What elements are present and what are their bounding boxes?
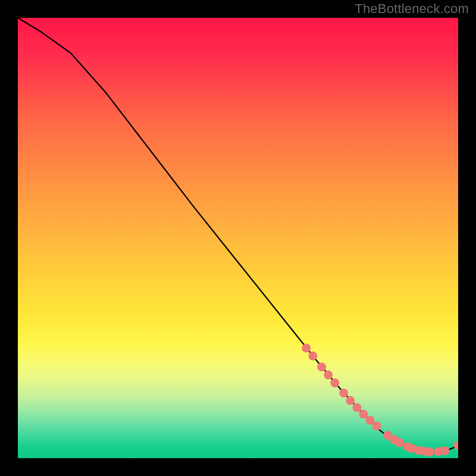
data-marker bbox=[308, 352, 317, 361]
data-marker bbox=[425, 447, 434, 456]
data-markers bbox=[302, 344, 458, 457]
data-marker bbox=[346, 396, 355, 405]
data-marker bbox=[302, 344, 311, 353]
data-marker bbox=[339, 389, 348, 397]
watermark-text: TheBottleneck.com bbox=[355, 1, 469, 17]
data-marker bbox=[372, 422, 381, 431]
data-marker bbox=[454, 441, 459, 450]
data-marker bbox=[359, 410, 368, 419]
data-marker bbox=[395, 439, 404, 447]
chart-stage: TheBottleneck.com bbox=[0, 0, 476, 476]
data-marker bbox=[440, 446, 449, 455]
chart-overlay bbox=[18, 18, 458, 458]
curve-path bbox=[18, 18, 458, 452]
plot-area bbox=[18, 18, 458, 458]
data-marker bbox=[324, 371, 333, 380]
data-marker bbox=[352, 403, 361, 412]
data-marker bbox=[330, 378, 339, 387]
data-marker bbox=[317, 362, 326, 371]
